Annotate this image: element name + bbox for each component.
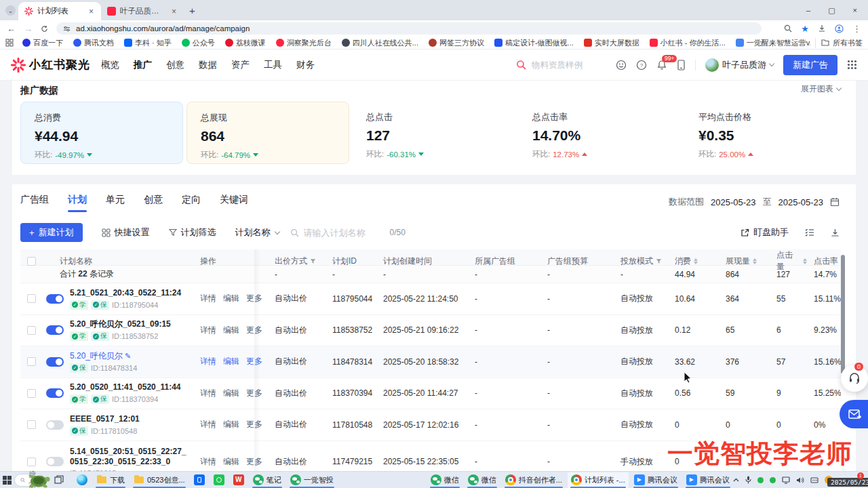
entity-tab-1[interactable]: 计划 bbox=[68, 194, 87, 212]
plan-toggle[interactable] bbox=[46, 325, 64, 335]
date-from[interactable]: 2025-05-23 bbox=[711, 197, 756, 207]
taskbar-item-edge[interactable] bbox=[73, 472, 91, 488]
tray-expand-icon[interactable] bbox=[733, 478, 739, 482]
filter-funnel-icon[interactable] bbox=[656, 258, 662, 264]
header-search[interactable] bbox=[516, 60, 606, 70]
plan-name[interactable]: 5.21_0521_20:43_0522_11:24 bbox=[70, 288, 181, 298]
tune-icon[interactable] bbox=[63, 25, 71, 33]
action-2[interactable]: 更多 bbox=[246, 356, 262, 367]
action-0[interactable]: 详情 bbox=[200, 456, 216, 468]
support-float-button[interactable]: 0 bbox=[841, 365, 868, 392]
row-checkbox[interactable] bbox=[27, 357, 36, 366]
tab-close-icon[interactable]: × bbox=[170, 7, 178, 16]
download-icon[interactable] bbox=[831, 228, 840, 237]
action-0[interactable]: 详情 bbox=[200, 293, 216, 304]
bookmark-item[interactable]: 荔枝微课 bbox=[225, 38, 266, 48]
action-1[interactable]: 编辑 bbox=[223, 456, 239, 468]
zoom-icon[interactable] bbox=[784, 24, 792, 33]
action-1[interactable]: 编辑 bbox=[223, 356, 239, 367]
row-checkbox[interactable] bbox=[27, 458, 36, 466]
taskbar-item-wechat[interactable]: 微信 bbox=[427, 472, 462, 488]
plan-name[interactable]: EEEE_0517_12:01 bbox=[70, 414, 140, 424]
mobile-icon[interactable] bbox=[677, 60, 686, 70]
bookmark-item[interactable]: 一觉醒来智慧运营v... bbox=[736, 38, 810, 48]
plan-search[interactable]: 0/50 bbox=[290, 228, 406, 238]
tab-search-icon[interactable]: ⌄ bbox=[5, 5, 16, 16]
stat-card[interactable]: 总消费¥44.94环比:-49.97% bbox=[20, 102, 183, 164]
action-1[interactable]: 编辑 bbox=[223, 293, 239, 304]
row-checkbox[interactable] bbox=[27, 294, 36, 303]
row-checkbox[interactable] bbox=[27, 389, 36, 398]
header-checkbox[interactable] bbox=[27, 257, 36, 266]
new-tab-button[interactable]: + bbox=[189, 5, 195, 16]
plan-toggle[interactable] bbox=[46, 457, 64, 466]
action-1[interactable]: 编辑 bbox=[223, 388, 239, 399]
sort-icon[interactable] bbox=[753, 258, 757, 264]
row-checkbox[interactable] bbox=[27, 326, 36, 335]
browser-menu-icon[interactable]: ⋮ bbox=[852, 24, 861, 33]
bell-icon[interactable]: 99+ bbox=[656, 60, 667, 70]
date-to[interactable]: 2025-05-23 bbox=[778, 197, 824, 207]
pen-input-icon[interactable] bbox=[810, 476, 818, 484]
monitor-assistant-link[interactable]: 盯盘助手 bbox=[741, 226, 789, 239]
plan-toggle[interactable] bbox=[46, 294, 64, 304]
bookmark-item[interactable]: 公众号 bbox=[182, 38, 215, 48]
stat-card[interactable]: 总展现864环比:-64.79% bbox=[186, 102, 349, 164]
bookmark-item[interactable]: 李科 · 知乎 bbox=[124, 38, 172, 48]
entity-tab-3[interactable]: 创意 bbox=[144, 194, 163, 212]
taskbar-item-meeting[interactable]: ▶腾讯会议 bbox=[631, 472, 681, 488]
nav-item-2[interactable]: 创意 bbox=[166, 59, 184, 71]
reload-icon[interactable] bbox=[41, 25, 48, 33]
taskbar-item-folder[interactable]: 0523创意... bbox=[130, 472, 189, 488]
action-1[interactable]: 编辑 bbox=[223, 419, 239, 430]
action-0[interactable]: 详情 bbox=[200, 325, 216, 336]
start-button[interactable] bbox=[3, 472, 12, 488]
maximize-button[interactable]: ▢ bbox=[828, 6, 835, 15]
display-icon[interactable] bbox=[782, 476, 790, 484]
feedback-float-button[interactable] bbox=[840, 400, 868, 428]
plan-toggle[interactable] bbox=[46, 420, 64, 430]
help-icon[interactable]: ? bbox=[636, 60, 647, 70]
downloads-icon[interactable] bbox=[818, 24, 826, 33]
column-settings-icon[interactable] bbox=[805, 228, 814, 237]
action-0[interactable]: 详情 bbox=[200, 356, 216, 367]
taskbar-item-meeting[interactable]: ▶腾讯会议 bbox=[683, 472, 733, 488]
profile-icon[interactable] bbox=[835, 24, 844, 33]
plan-name[interactable]: 5.14_0515_20:51_0515_22:27_0515_22:30_05… bbox=[70, 447, 186, 467]
tab-close-icon[interactable]: × bbox=[87, 7, 95, 16]
app-logo[interactable]: 小红书聚光 bbox=[11, 57, 90, 73]
action-2[interactable]: 更多 bbox=[246, 388, 262, 399]
edit-pencil-icon[interactable]: ✎ bbox=[125, 352, 131, 360]
wechat-tray-icon[interactable] bbox=[770, 477, 776, 483]
plan-name[interactable]: 5.20_0520_11:41_0520_11:44 bbox=[70, 382, 181, 392]
stat-card[interactable]: 总点击127环比:-60.31% bbox=[353, 102, 515, 164]
stat-card[interactable]: 平均点击价格¥0.35环比:25.00% bbox=[685, 102, 848, 164]
plan-toggle[interactable] bbox=[46, 357, 64, 367]
bookmark-item[interactable]: 网签三方协议 bbox=[429, 38, 484, 48]
new-plan-button[interactable]: + 新建计划 bbox=[20, 223, 83, 242]
column-header-2[interactable]: 出价方式 bbox=[268, 256, 326, 267]
volume-icon[interactable] bbox=[796, 476, 804, 484]
filter-funnel-icon[interactable] bbox=[310, 258, 316, 264]
back-icon[interactable]: ← bbox=[7, 24, 16, 33]
expand-chart-toggle[interactable]: 展开图表 bbox=[801, 83, 841, 95]
bookmark-item[interactable]: 洞察聚光后台 bbox=[276, 38, 332, 48]
app-grid-icon[interactable] bbox=[847, 60, 857, 70]
all-bookmarks[interactable]: 所有书签 bbox=[815, 38, 863, 48]
new-ad-button[interactable]: 新建广告 bbox=[783, 55, 837, 75]
plan-name[interactable]: 5.20_呼伦贝尔✎ bbox=[70, 351, 137, 361]
nav-item-6[interactable]: 财务 bbox=[296, 59, 315, 71]
calendar-icon[interactable] bbox=[830, 197, 840, 207]
action-2[interactable]: 更多 bbox=[246, 293, 262, 304]
bookmark-item[interactable]: 实时大屏数据 bbox=[584, 38, 639, 48]
stat-card[interactable]: 总点击率14.70%环比:12.73% bbox=[519, 102, 682, 164]
action-1[interactable]: 编辑 bbox=[223, 325, 239, 336]
clock-area[interactable]: 11:20 2025/05/23 11:20:41 bbox=[843, 472, 868, 488]
browser-tab[interactable]: 叶子品质游 - 小红书搜索× bbox=[101, 2, 184, 20]
action-2[interactable]: 更多 bbox=[246, 456, 262, 468]
vertical-scrollbar[interactable] bbox=[841, 255, 845, 374]
entity-tab-2[interactable]: 单元 bbox=[106, 194, 125, 212]
forward-icon[interactable]: → bbox=[24, 24, 33, 33]
taskbar-item-wechat[interactable]: 微信 bbox=[465, 472, 500, 488]
taskbar-item-folder[interactable]: 下载 bbox=[93, 472, 128, 488]
